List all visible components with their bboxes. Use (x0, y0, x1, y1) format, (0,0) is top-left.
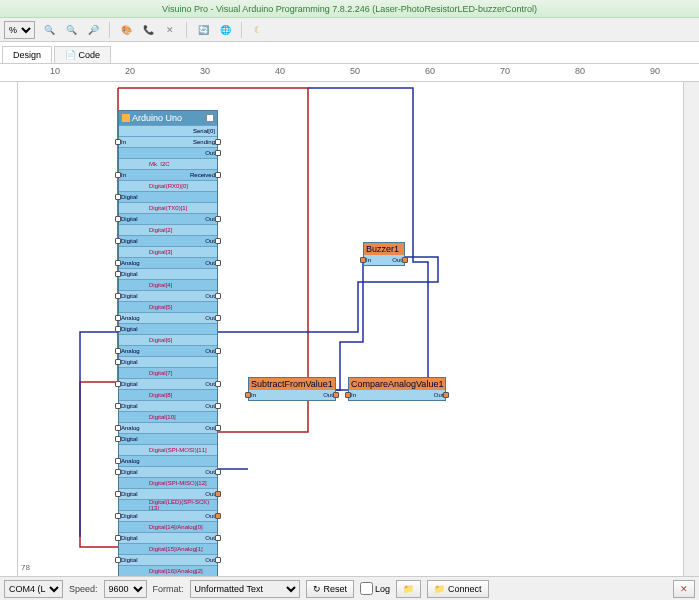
board-header[interactable]: Arduino Uno (119, 111, 217, 125)
pin-out-port[interactable] (215, 139, 221, 145)
pin-out-port[interactable] (215, 293, 221, 299)
pin-row[interactable]: Digital[5] (119, 301, 217, 312)
reset-button[interactable]: ↻Reset (306, 580, 355, 598)
pin-in-port[interactable] (115, 172, 121, 178)
pin-row[interactable]: Digital[16]/Analog[2] (119, 565, 217, 576)
pin-row[interactable]: Digital(SPI-MISO)[12] (119, 477, 217, 488)
pin-in-port[interactable] (115, 425, 121, 431)
com-port-select[interactable]: COM4 (L (4, 580, 63, 598)
zoom-select[interactable]: % (4, 21, 35, 39)
close-icon[interactable]: ✕ (162, 22, 178, 38)
pin-row[interactable]: Digital[2] (119, 224, 217, 235)
pin-out-port[interactable] (215, 491, 221, 497)
pin-in-port[interactable] (115, 348, 121, 354)
pin-row[interactable]: Digital[10] (119, 411, 217, 422)
pin-in-port[interactable] (115, 491, 121, 497)
pin-row[interactable]: DigitalOut (119, 235, 217, 246)
pin-row[interactable]: Digital[6] (119, 334, 217, 345)
pin-row[interactable]: DigitalOut (119, 488, 217, 499)
pin-row[interactable]: Digital (119, 191, 217, 202)
pin-row[interactable]: Digital[3] (119, 246, 217, 257)
pin-in-port[interactable] (115, 315, 121, 321)
pin-row[interactable]: AnalogOut (119, 422, 217, 433)
pin-in-port[interactable] (115, 403, 121, 409)
subtract-node[interactable]: SubtractFromValue1 In Out (248, 377, 336, 401)
pin-out-port[interactable] (215, 469, 221, 475)
zoom-in-icon[interactable]: 🔍 (41, 22, 57, 38)
pin-out-port[interactable] (215, 425, 221, 431)
pin-out-port[interactable] (215, 348, 221, 354)
arduino-board-node[interactable]: Arduino Uno Serial[0] InSendingOutMk. I2… (118, 110, 218, 576)
pin-out-port[interactable] (215, 557, 221, 563)
out-port[interactable] (333, 392, 339, 398)
compare-node[interactable]: CompareAnalogValue1 In Out (348, 377, 446, 401)
pin-row[interactable]: AnalogOut (119, 345, 217, 356)
out-port[interactable] (443, 392, 449, 398)
in-port[interactable] (360, 257, 366, 263)
pin-row[interactable]: Mk. I2C (119, 158, 217, 169)
out-port[interactable] (402, 257, 408, 263)
pin-out-port[interactable] (215, 535, 221, 541)
pin-row[interactable]: Digital(TX0)[1] (119, 202, 217, 213)
refresh-icon[interactable]: 🔄 (195, 22, 211, 38)
pin-in-port[interactable] (115, 458, 121, 464)
pin-out-port[interactable] (215, 381, 221, 387)
pin-row[interactable]: Digital[7] (119, 367, 217, 378)
pin-in-port[interactable] (115, 513, 121, 519)
pin-row[interactable]: Digital (119, 356, 217, 367)
pin-row[interactable]: DigitalOut (119, 532, 217, 543)
pin-in-port[interactable] (115, 238, 121, 244)
tab-code[interactable]: 📄 Code (54, 46, 111, 63)
pin-row[interactable]: Digital[8] (119, 389, 217, 400)
buzzer-node[interactable]: Buzzer1 In Out (363, 242, 405, 266)
pin-in-port[interactable] (115, 216, 121, 222)
pin-out-port[interactable] (215, 150, 221, 156)
pin-row[interactable]: Digital[14]/Analog[0] (119, 521, 217, 532)
comp-header[interactable]: SubtractFromValue1 (249, 378, 335, 390)
pin-out-port[interactable] (215, 172, 221, 178)
pin-in-port[interactable] (115, 194, 121, 200)
pin-in-port[interactable] (115, 469, 121, 475)
pin-row[interactable]: DigitalOut (119, 510, 217, 521)
pin-in-port[interactable] (115, 139, 121, 145)
call-icon[interactable]: 📞 (140, 22, 156, 38)
pin-in-port[interactable] (115, 271, 121, 277)
pin-row[interactable]: Digital[4] (119, 279, 217, 290)
pin-in-port[interactable] (115, 293, 121, 299)
log-checkbox[interactable]: Log (360, 582, 390, 595)
design-canvas[interactable]: Arduino Uno Serial[0] InSendingOutMk. I2… (18, 82, 683, 576)
pin-row[interactable]: Digital[15]/Analog[1] (119, 543, 217, 554)
pin-out-port[interactable] (215, 238, 221, 244)
pin-row[interactable]: DigitalOut (119, 400, 217, 411)
comp-header[interactable]: CompareAnalogValue1 (349, 378, 445, 390)
comp-header[interactable]: Buzzer1 (364, 243, 404, 255)
pin-row[interactable]: Digital (119, 323, 217, 334)
pin-row[interactable]: Digital (119, 268, 217, 279)
pin-out-port[interactable] (215, 513, 221, 519)
pin-out-port[interactable] (215, 260, 221, 266)
pin-row[interactable]: Digital(SPI-MOSI)[11] (119, 444, 217, 455)
vertical-scrollbar[interactable] (683, 82, 699, 576)
format-select[interactable]: Unformatted Text (190, 580, 300, 598)
pin-row[interactable]: DigitalOut (119, 554, 217, 565)
pin-row[interactable]: DigitalOut (119, 466, 217, 477)
pin-out-port[interactable] (215, 216, 221, 222)
in-port[interactable] (345, 392, 351, 398)
speed-select[interactable]: 9600 (104, 580, 147, 598)
pin-in-port[interactable] (115, 535, 121, 541)
pin-row[interactable]: Digital (119, 433, 217, 444)
pin-in-port[interactable] (115, 359, 121, 365)
in-port[interactable] (245, 392, 251, 398)
pin-out-port[interactable] (215, 315, 221, 321)
pin-row[interactable]: DigitalOut (119, 378, 217, 389)
palette-icon[interactable]: 🎨 (118, 22, 134, 38)
pin-row[interactable]: Analog (119, 455, 217, 466)
pin-row[interactable]: AnalogOut (119, 257, 217, 268)
log-folder-button[interactable]: 📁 (396, 580, 421, 598)
pin-in-port[interactable] (115, 326, 121, 332)
moon-icon[interactable]: ☾ (250, 22, 266, 38)
pin-row[interactable]: DigitalOut (119, 213, 217, 224)
board-menu-icon[interactable] (206, 114, 214, 122)
pin-row[interactable]: DigitalOut (119, 290, 217, 301)
pin-row[interactable]: Digital(LED)(SPI-SCK)[13] (119, 499, 217, 510)
